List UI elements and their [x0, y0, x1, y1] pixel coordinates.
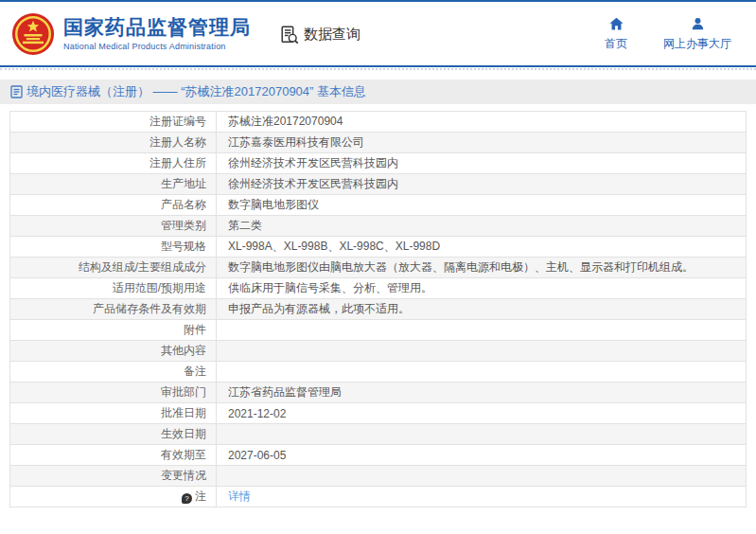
- table-row: 生产地址徐州经济技术开发区民营科技园内: [10, 174, 747, 195]
- table-row: 注册人名称江苏嘉泰医用科技有限公司: [10, 133, 747, 153]
- home-icon: [608, 16, 624, 32]
- row-label: 注册人名称: [10, 133, 217, 153]
- agency-name-en: National Medical Products Administration: [63, 42, 251, 51]
- row-label: 生效日期: [10, 424, 217, 445]
- row-value: [217, 320, 747, 341]
- agency-brand: 国家药品监督管理局 National Medical Products Admi…: [11, 12, 251, 56]
- row-value: 数字脑电地形图仪: [217, 195, 747, 216]
- nav-home-label: 首页: [605, 36, 627, 52]
- row-value: 申报产品为有源器械，此项不适用。: [217, 299, 747, 320]
- row-label: 审批部门: [10, 383, 217, 403]
- document-search-icon: [279, 25, 300, 45]
- row-label: 管理类别: [10, 216, 217, 237]
- data-query-label: 数据查询: [304, 26, 360, 44]
- table-row: 适用范围/预期用途供临床用于脑信号采集、分析、管理用。: [10, 278, 747, 299]
- row-value: 2027-06-05: [217, 445, 747, 466]
- row-value: [217, 424, 747, 445]
- row-label: 有效期至: [10, 445, 217, 466]
- detail-link[interactable]: 详情: [228, 490, 251, 503]
- row-label: 附件: [10, 320, 217, 341]
- table-row: 其他内容: [10, 341, 747, 362]
- header-rule: [0, 65, 756, 67]
- row-value: [217, 362, 747, 383]
- note-icon: ?: [182, 493, 192, 504]
- document-icon: [10, 85, 23, 98]
- row-value: 2021-12-02: [217, 403, 747, 424]
- header-dotted-divider: [0, 68, 756, 73]
- top-nav: 首页 网上办事大厅: [593, 16, 739, 52]
- table-row: 型号规格XL-998A、XL-998B、XL-998C、XL-998D: [10, 237, 747, 258]
- row-value: 徐州经济技术开发区民营科技园内: [217, 153, 747, 174]
- row-value: 详情: [217, 487, 747, 507]
- row-label: 批准日期: [10, 403, 217, 424]
- row-label: 注册人住所: [10, 153, 217, 174]
- breadcrumb-text: 境内医疗器械（注册） —— “苏械注准20172070904” 基本信息: [26, 83, 366, 100]
- registration-info-table: 注册证编号苏械注准20172070904注册人名称江苏嘉泰医用科技有限公司注册人…: [9, 111, 747, 507]
- row-value: XL-998A、XL-998B、XL-998C、XL-998D: [217, 237, 747, 258]
- row-label: 型号规格: [10, 237, 217, 258]
- row-value: [217, 341, 747, 362]
- agency-name-cn: 国家药品监督管理局: [63, 16, 251, 39]
- table-row: 批准日期2021-12-02: [10, 403, 747, 424]
- nav-service-hall-label: 网上办事大厅: [663, 36, 731, 52]
- row-label: 产品储存条件及有效期: [10, 299, 217, 320]
- row-label: 生产地址: [10, 174, 217, 195]
- row-label: 结构及组成/主要组成成分: [10, 258, 217, 278]
- row-value: 江苏省药品监督管理局: [217, 383, 747, 403]
- nav-home[interactable]: 首页: [593, 16, 639, 52]
- row-value: 供临床用于脑信号采集、分析、管理用。: [217, 278, 747, 299]
- site-header: 国家药品监督管理局 National Medical Products Admi…: [0, 2, 756, 65]
- user-icon: [690, 16, 706, 32]
- row-label: 产品名称: [10, 195, 217, 216]
- row-label: ?注: [10, 487, 217, 507]
- row-value: 第二类: [217, 216, 747, 237]
- table-row: 备注: [10, 362, 747, 383]
- registration-info-table-body: 注册证编号苏械注准20172070904注册人名称江苏嘉泰医用科技有限公司注册人…: [10, 112, 747, 507]
- table-row: 产品储存条件及有效期申报产品为有源器械，此项不适用。: [10, 299, 747, 320]
- row-value: 数字脑电地形图仪由脑电放大器（放大器、隔离电源和电极）、主机、显示器和打印机组成…: [217, 258, 747, 278]
- national-emblem-logo: [11, 12, 55, 56]
- table-row: ?注详情: [10, 487, 747, 507]
- table-row: 注册人住所徐州经济技术开发区民营科技园内: [10, 153, 747, 174]
- table-row: 管理类别第二类: [10, 216, 747, 237]
- nav-service-hall[interactable]: 网上办事大厅: [663, 16, 731, 52]
- row-label: 变更情况: [10, 466, 217, 487]
- table-row: 附件: [10, 320, 747, 341]
- data-query-section[interactable]: 数据查询: [279, 25, 360, 45]
- breadcrumb: 境内医疗器械（注册） —— “苏械注准20172070904” 基本信息: [0, 80, 756, 104]
- table-row: 生效日期: [10, 424, 747, 445]
- table-row: 结构及组成/主要组成成分数字脑电地形图仪由脑电放大器（放大器、隔离电源和电极）、…: [10, 258, 747, 278]
- row-value: [217, 466, 747, 487]
- table-row: 变更情况: [10, 466, 747, 487]
- table-row: 注册证编号苏械注准20172070904: [10, 112, 747, 133]
- row-label: 备注: [10, 362, 217, 383]
- row-label: 其他内容: [10, 341, 217, 362]
- table-row: 审批部门江苏省药品监督管理局: [10, 383, 747, 403]
- agency-name: 国家药品监督管理局 National Medical Products Admi…: [63, 16, 251, 51]
- table-row: 产品名称数字脑电地形图仪: [10, 195, 747, 216]
- row-label: 注册证编号: [10, 112, 217, 133]
- row-label: 适用范围/预期用途: [10, 278, 217, 299]
- row-value: 江苏嘉泰医用科技有限公司: [217, 133, 747, 153]
- table-row: 有效期至2027-06-05: [10, 445, 747, 466]
- row-value: 徐州经济技术开发区民营科技园内: [217, 174, 747, 195]
- row-value: 苏械注准20172070904: [217, 112, 747, 133]
